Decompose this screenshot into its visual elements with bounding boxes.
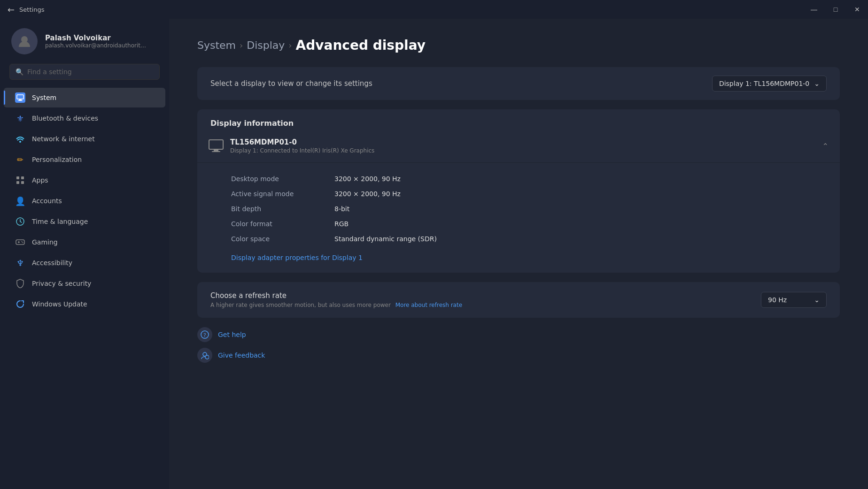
refresh-left: Choose a refresh rate A higher rate give… [210, 291, 462, 308]
info-row-color-format: Color format RGB [231, 216, 812, 231]
display-info-card: Display information TL156MDM [197, 109, 840, 273]
adapter-link[interactable]: Display adapter properties for Display 1 [197, 249, 391, 273]
svg-text:?: ? [203, 332, 206, 338]
personalization-icon: ✏ [15, 154, 25, 165]
info-label-bit-depth: Bit depth [231, 205, 334, 213]
sidebar-item-network[interactable]: Network & internet [4, 129, 165, 149]
user-profile: Palash Volvoikar palash.volvoikar@androi… [0, 19, 169, 62]
breadcrumb: System › Display › Advanced display [197, 38, 840, 53]
minimize-button[interactable]: — [803, 0, 825, 19]
sidebar-item-time[interactable]: Time & language [4, 212, 165, 231]
apps-icon [15, 175, 25, 185]
info-row-color-space: Color space Standard dynamic range (SDR) [231, 231, 812, 246]
breadcrumb-system[interactable]: System [197, 39, 236, 51]
give-feedback-item[interactable]: Give feedback [197, 348, 840, 363]
sidebar-item-update[interactable]: Windows Update [4, 294, 165, 314]
get-help-item[interactable]: ? Get help [197, 327, 840, 342]
svg-rect-5 [16, 176, 19, 179]
sidebar-label-update: Windows Update [32, 300, 87, 308]
get-help-icon: ? [197, 327, 212, 342]
display-selector-label: Select a display to view or change its s… [210, 79, 372, 88]
refresh-rate-card: Choose a refresh rate A higher rate give… [197, 282, 840, 318]
refresh-rate-dropdown[interactable]: 90 Hz ⌄ [761, 292, 827, 308]
info-row-desktop-mode: Desktop mode 3200 × 2000, 90 Hz [231, 171, 812, 186]
get-help-label: Get help [218, 331, 246, 338]
device-header[interactable]: TL156MDMP01-0 Display 1: Connected to In… [197, 130, 840, 163]
svg-rect-8 [21, 181, 24, 184]
device-name-group: TL156MDMP01-0 Display 1: Connected to In… [230, 138, 374, 154]
info-label-color-space: Color space [231, 235, 334, 243]
svg-rect-3 [18, 100, 23, 101]
sidebar-label-accessibility: Accessibility [32, 259, 72, 267]
sidebar-item-gaming[interactable]: Gaming [4, 232, 165, 252]
display-info-table: Desktop mode 3200 × 2000, 90 Hz Active s… [197, 163, 840, 249]
sidebar-item-accounts[interactable]: 👤 Accounts [4, 191, 165, 211]
sidebar-label-time: Time & language [32, 218, 88, 225]
give-feedback-label: Give feedback [218, 351, 265, 359]
refresh-desc-text: A higher rate gives smoother motion, but… [210, 302, 391, 308]
sidebar-item-bluetooth[interactable]: ⚜ Bluetooth & devices [4, 108, 165, 128]
refresh-dropdown-chevron: ⌄ [814, 296, 820, 304]
help-section: ? Get help Give feedback [197, 327, 840, 363]
sidebar-item-system[interactable]: System [4, 88, 165, 107]
svg-rect-2 [19, 99, 22, 100]
breadcrumb-sep2: › [288, 40, 292, 50]
info-label-color-format: Color format [231, 220, 334, 228]
display-info-title: Display information [210, 119, 294, 128]
sidebar-item-privacy[interactable]: Privacy & security [4, 274, 165, 293]
search-input[interactable] [27, 68, 154, 76]
device-header-left: TL156MDMP01-0 Display 1: Connected to In… [209, 138, 374, 154]
update-icon [15, 299, 25, 309]
monitor-icon [209, 138, 224, 153]
svg-rect-1 [17, 95, 23, 99]
svg-point-14 [23, 242, 23, 243]
sidebar-label-gaming: Gaming [32, 238, 58, 246]
accounts-icon: 👤 [15, 196, 25, 206]
info-value-active-signal: 3200 × 2000, 90 Hz [334, 190, 401, 198]
breadcrumb-display[interactable]: Display [247, 39, 285, 51]
info-row-active-signal: Active signal mode 3200 × 2000, 90 Hz [231, 186, 812, 201]
info-row-bit-depth: Bit depth 8-bit [231, 201, 812, 216]
sidebar-label-apps: Apps [32, 176, 48, 184]
info-value-bit-depth: 8-bit [334, 205, 349, 213]
privacy-icon [15, 278, 25, 289]
content-area: Palash Volvoikar palash.volvoikar@androi… [0, 19, 868, 489]
sidebar-item-accessibility[interactable]: ♆ Accessibility [4, 253, 165, 273]
main-content: System › Display › Advanced display Sele… [169, 19, 868, 489]
display-selector-row: Select a display to view or change its s… [197, 67, 840, 100]
user-info: Palash Volvoikar palash.volvoikar@androi… [45, 34, 148, 49]
refresh-desc: A higher rate gives smoother motion, but… [210, 302, 462, 308]
display-dropdown-chevron: ⌄ [814, 80, 820, 87]
svg-rect-16 [214, 150, 218, 151]
svg-point-13 [22, 241, 23, 242]
display-select-dropdown[interactable]: Display 1: TL156MDMP01-0 ⌄ [712, 76, 827, 92]
sidebar-item-personalization[interactable]: ✏ Personalization [4, 150, 165, 169]
sidebar-label-privacy: Privacy & security [32, 280, 91, 287]
back-icon[interactable]: ← [8, 5, 15, 15]
window-controls: — □ ✕ [803, 0, 868, 19]
display-selector-card: Select a display to view or change its s… [197, 67, 840, 100]
display-info-title-row: Display information [197, 109, 840, 130]
sidebar: Palash Volvoikar palash.volvoikar@androi… [0, 19, 169, 489]
info-value-color-format: RGB [334, 220, 349, 228]
svg-point-21 [205, 355, 209, 359]
refresh-rate-value: 90 Hz [768, 296, 787, 304]
refresh-title: Choose a refresh rate [210, 291, 462, 300]
sidebar-label-accounts: Accounts [32, 197, 62, 205]
breadcrumb-sep1: › [240, 40, 243, 50]
gaming-icon [15, 237, 25, 247]
time-icon [15, 216, 25, 227]
refresh-more-link[interactable]: More about refresh rate [395, 302, 462, 308]
network-icon [15, 134, 25, 144]
search-box[interactable]: 🔍 [9, 64, 160, 80]
user-email: palash.volvoikar@androidauthority.... [45, 42, 148, 49]
avatar [11, 28, 38, 54]
device-subtitle: Display 1: Connected to Intel(R) Iris(R)… [230, 147, 374, 154]
display-select-value: Display 1: TL156MDMP01-0 [719, 80, 809, 87]
svg-rect-15 [209, 140, 223, 149]
sidebar-item-apps[interactable]: Apps [4, 170, 165, 190]
maximize-button[interactable]: □ [825, 0, 846, 19]
titlebar: ← Settings — □ ✕ [0, 0, 868, 19]
info-value-color-space: Standard dynamic range (SDR) [334, 235, 437, 243]
close-button[interactable]: ✕ [846, 0, 868, 19]
